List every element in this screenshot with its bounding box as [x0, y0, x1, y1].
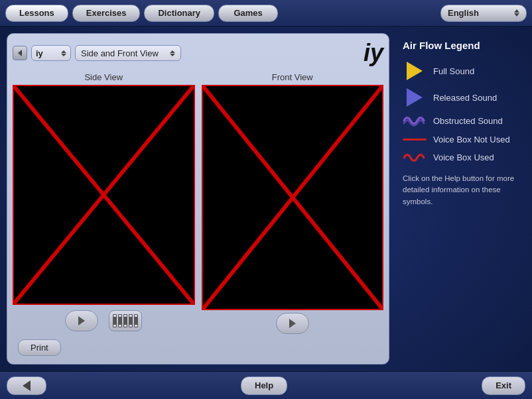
legend-released-sound: Released Sound [403, 88, 519, 107]
voice-box-used-label: Voice Box Used [433, 152, 494, 162]
tab-games[interactable]: Games [218, 5, 278, 22]
help-button[interactable]: Help [241, 376, 287, 395]
side-view-video [13, 85, 195, 305]
language-arrows [514, 9, 519, 17]
front-controls [276, 313, 309, 334]
front-view-placeholder [203, 86, 383, 309]
full-sound-icon [403, 62, 427, 80]
top-nav: Lessons Exercises Dictionary Games Engli… [0, 0, 532, 27]
view-arrows [170, 50, 175, 56]
main-area: iy Side and Front View iy Side View [0, 27, 532, 371]
exit-button[interactable]: Exit [482, 376, 525, 395]
print-row: Print [13, 339, 383, 359]
legend-voice-box-used: Voice Box Used [403, 152, 519, 162]
phoneme-select[interactable]: iy [31, 45, 71, 61]
legend-obstructed-sound: Obstructed Sound [403, 115, 519, 127]
legend-panel: Air Flow Legend Full Sound Released Soun… [396, 33, 525, 365]
left-panel: iy Side and Front View iy Side View [7, 33, 389, 365]
side-view-label: Side View [84, 72, 123, 82]
obstructed-sound-label: Obstructed Sound [433, 116, 503, 126]
legend-voice-box-not-used: Voice Box Not Used [403, 135, 519, 144]
video-row: Side View [13, 72, 383, 334]
tab-exercises[interactable]: Exercises [72, 5, 141, 22]
print-button[interactable]: Print [18, 339, 61, 356]
front-view-label: Front View [272, 72, 313, 82]
view-select[interactable]: Side and Front View [75, 45, 181, 61]
toolbar-row: iy Side and Front View iy [13, 39, 383, 67]
released-sound-label: Released Sound [433, 93, 497, 103]
released-sound-icon [403, 88, 427, 107]
obstructed-sound-icon [403, 115, 427, 127]
tab-dictionary[interactable]: Dictionary [144, 5, 214, 22]
view-value: Side and Front View [81, 48, 159, 58]
front-view-video [202, 85, 384, 310]
side-play-button[interactable] [65, 310, 98, 331]
language-select[interactable]: English [440, 5, 527, 22]
side-controls [65, 308, 142, 334]
film-strip-button[interactable] [109, 310, 142, 331]
phoneme-value: iy [36, 48, 43, 58]
front-view-section: Front View [202, 72, 384, 334]
legend-full-sound: Full Sound [403, 62, 519, 80]
side-view-section: Side View [13, 72, 195, 334]
back-button[interactable] [7, 376, 46, 395]
voice-box-used-icon [403, 153, 427, 162]
tab-lessons[interactable]: Lessons [5, 5, 68, 22]
bottom-bar: Help Exit [0, 371, 532, 399]
full-sound-label: Full Sound [433, 66, 474, 76]
phoneme-large: iy [364, 39, 383, 67]
prev-button[interactable] [13, 46, 27, 60]
phoneme-arrows [61, 50, 66, 56]
legend-title: Air Flow Legend [403, 40, 519, 51]
front-play-button[interactable] [276, 313, 309, 334]
voice-box-not-used-icon [403, 139, 427, 141]
language-label: English [448, 8, 479, 18]
film-strip-icon [113, 314, 138, 327]
side-view-placeholder [14, 86, 194, 304]
voice-box-not-used-label: Voice Box Not Used [433, 135, 510, 144]
legend-help-text: Click on the Help button for more detail… [403, 173, 519, 207]
